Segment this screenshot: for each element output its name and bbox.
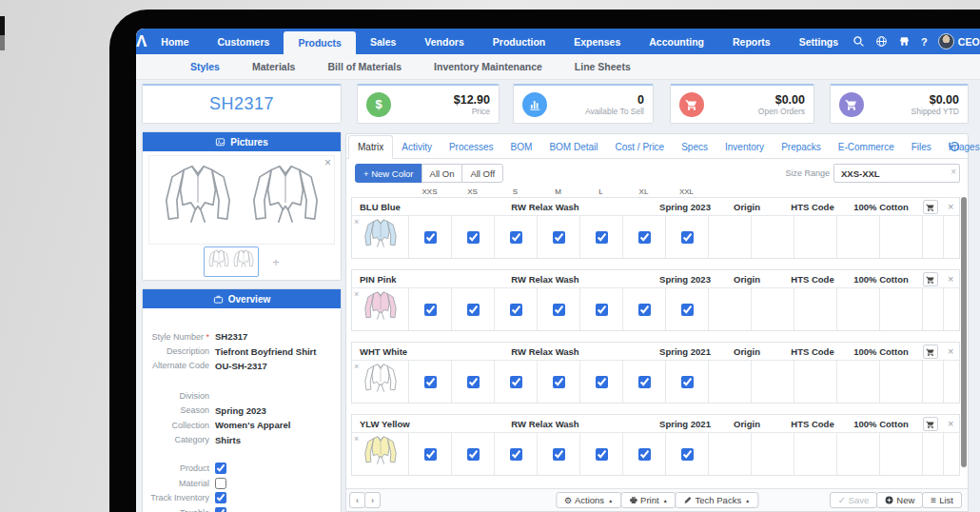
size-xxl-checkbox[interactable] — [681, 231, 694, 244]
size-xxs-checkbox[interactable] — [424, 231, 437, 244]
overview-panel-header[interactable]: Overview — [143, 289, 341, 308]
subnav-item-line-sheets[interactable]: Line Sheets — [559, 61, 647, 72]
tab-activity[interactable]: Activity — [393, 136, 441, 158]
list-button[interactable]: ≡List — [922, 492, 962, 508]
nav-item-accounting[interactable]: Accounting — [635, 29, 718, 54]
tech-packs-button[interactable]: Tech Packs▲ — [676, 492, 759, 508]
print-button[interactable]: Print▲ — [620, 492, 676, 508]
nav-item-home[interactable]: Home — [147, 29, 203, 54]
nav-item-sales[interactable]: Sales — [356, 29, 410, 54]
storefront-icon[interactable] — [898, 35, 911, 48]
next-record-button[interactable]: › — [364, 492, 381, 508]
tab-specs[interactable]: Specs — [673, 136, 716, 158]
style-image-viewer[interactable]: × — [148, 155, 335, 245]
pictures-panel-header[interactable]: Pictures — [143, 132, 341, 151]
remove-image-icon[interactable]: × — [354, 434, 359, 443]
all-off-button[interactable]: All Off — [461, 164, 503, 183]
remove-colorway-button[interactable]: × — [948, 273, 953, 285]
all-on-button[interactable]: All On — [421, 164, 463, 183]
subnav-item-inventory-maintenance[interactable]: Inventory Maintenance — [418, 61, 559, 72]
size-xs-checkbox[interactable] — [467, 231, 480, 244]
size-xs-checkbox[interactable] — [467, 376, 480, 388]
size-xl-checkbox[interactable] — [638, 376, 651, 388]
nav-item-settings[interactable]: Settings — [785, 29, 853, 54]
size-s-checkbox[interactable] — [510, 448, 522, 461]
size-l-checkbox[interactable] — [596, 304, 608, 316]
vertical-scrollbar[interactable] — [961, 197, 967, 467]
size-l-checkbox[interactable] — [596, 231, 608, 244]
size-m-checkbox[interactable] — [553, 376, 565, 388]
size-xs-checkbox[interactable] — [467, 304, 480, 316]
size-range-input[interactable] — [833, 164, 960, 183]
nav-item-production[interactable]: Production — [479, 29, 559, 54]
size-s-checkbox[interactable] — [510, 376, 522, 388]
taxable-checkbox[interactable] — [215, 507, 226, 512]
collection-value[interactable]: Women's Apparel — [215, 420, 290, 430]
subnav-item-materials[interactable]: Materials — [236, 61, 312, 72]
size-m-checkbox[interactable] — [553, 231, 565, 244]
season-value[interactable]: Spring 2023 — [215, 405, 266, 416]
tab-ecommerce[interactable]: E-Commerce — [830, 136, 903, 158]
actions-button[interactable]: ⚙Actions▲ — [556, 492, 621, 508]
colorway-name[interactable]: PIN Pink — [360, 274, 397, 285]
tab-processes[interactable]: Processes — [441, 136, 502, 158]
apparelmagic-logo-icon[interactable]: Λ — [136, 32, 147, 51]
size-xxs-checkbox[interactable] — [424, 448, 437, 461]
colorway-shirt-thumbnail[interactable] — [361, 289, 401, 329]
description-value[interactable]: Tiefront Boyfriend Shirt — [215, 346, 316, 357]
add-image-button[interactable]: + — [272, 255, 280, 269]
colorway-shirt-thumbnail[interactable] — [361, 362, 401, 402]
material-checkbox[interactable] — [215, 478, 226, 489]
size-xl-checkbox[interactable] — [638, 304, 651, 316]
remove-colorway-button[interactable]: × — [948, 418, 953, 429]
colorway-shirt-thumbnail[interactable] — [361, 434, 401, 474]
previous-record-button[interactable]: ‹ — [349, 492, 365, 508]
colorway-name[interactable]: YLW Yellow — [360, 419, 410, 429]
globe-icon[interactable] — [875, 35, 888, 48]
nav-item-products[interactable]: Products — [284, 31, 356, 54]
size-l-checkbox[interactable] — [596, 448, 608, 461]
tab-inventory[interactable]: Inventory — [716, 136, 773, 158]
cart-icon-button[interactable] — [923, 345, 938, 359]
tab-bom-detail[interactable]: BOM Detail — [540, 136, 606, 158]
alternate-code-value[interactable]: OU-SH-2317 — [215, 361, 267, 371]
size-xxl-checkbox[interactable] — [681, 376, 694, 388]
colorway-name[interactable]: WHT White — [360, 346, 407, 357]
subnav-item-styles[interactable]: Styles — [174, 61, 236, 72]
help-icon[interactable]: ? — [921, 36, 928, 48]
size-m-checkbox[interactable] — [553, 448, 565, 461]
cart-icon-button[interactable] — [923, 272, 938, 286]
nav-item-expenses[interactable]: Expenses — [559, 29, 635, 54]
colorway-name[interactable]: BLU Blue — [360, 202, 401, 212]
new-color-button[interactable]: + New Color — [355, 164, 422, 183]
size-xxs-checkbox[interactable] — [424, 376, 437, 388]
size-s-checkbox[interactable] — [510, 231, 522, 244]
style-number-card[interactable]: SH2317 — [142, 84, 342, 124]
nav-item-vendors[interactable]: Vendors — [410, 29, 478, 54]
new-button[interactable]: New — [876, 492, 923, 508]
cart-icon-button[interactable] — [923, 200, 938, 214]
remove-image-icon[interactable]: × — [354, 362, 359, 371]
style-number-value[interactable]: SH2317 — [215, 331, 247, 342]
tab-bom[interactable]: BOM — [502, 136, 541, 158]
clear-icon[interactable]: × — [951, 167, 956, 177]
remove-image-icon[interactable]: × — [354, 289, 359, 299]
size-xl-checkbox[interactable] — [638, 231, 651, 244]
colorway-shirt-thumbnail[interactable] — [361, 217, 401, 257]
save-button[interactable]: ✓Save — [830, 492, 878, 508]
category-value[interactable]: Shirts — [215, 435, 241, 445]
product-checkbox[interactable] — [215, 463, 226, 474]
size-xl-checkbox[interactable] — [638, 448, 651, 461]
nav-item-customers[interactable]: Customers — [204, 29, 284, 54]
size-xxl-checkbox[interactable] — [681, 304, 694, 316]
nav-item-reports[interactable]: Reports — [718, 29, 785, 54]
remove-image-icon[interactable]: × — [354, 217, 359, 226]
size-xxl-checkbox[interactable] — [681, 448, 694, 461]
subnav-item-bill-of-materials[interactable]: Bill of Materials — [311, 61, 418, 72]
user-menu[interactable]: CEO ▼ — [938, 33, 980, 49]
size-m-checkbox[interactable] — [553, 304, 565, 316]
search-icon[interactable] — [853, 35, 865, 48]
size-s-checkbox[interactable] — [510, 304, 522, 316]
tab-prepacks[interactable]: Prepacks — [773, 136, 830, 158]
tab-cost-price[interactable]: Cost / Price — [607, 136, 674, 158]
